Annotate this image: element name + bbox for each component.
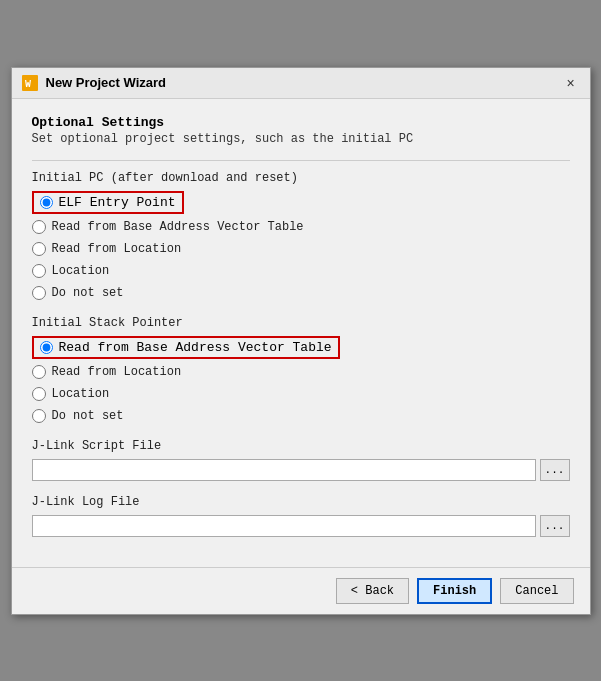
back-button[interactable]: < Back [336, 578, 409, 604]
sp-none-radio[interactable] [32, 409, 46, 423]
pc-elf-highlighted-row: ELF Entry Point [32, 191, 184, 214]
jlink-log-browse-button[interactable]: ... [540, 515, 570, 537]
pc-elf-label: ELF Entry Point [59, 195, 176, 210]
sp-base-highlighted-row: Read from Base Address Vector Table [32, 336, 340, 359]
pc-base-label: Read from Base Address Vector Table [52, 220, 304, 234]
jlink-log-label: J-Link Log File [32, 495, 570, 509]
initial-pc-group: Initial PC (after download and reset) EL… [32, 171, 570, 302]
section-header: Optional Settings Set optional project s… [32, 115, 570, 146]
sp-base-radio[interactable] [40, 341, 53, 354]
pc-none-radio[interactable] [32, 286, 46, 300]
wizard-icon: W [22, 75, 38, 91]
sp-loc2-row: Location [32, 385, 570, 403]
pc-location-row: Read from Location [32, 240, 570, 258]
sp-location-radio[interactable] [32, 365, 46, 379]
svg-text:W: W [25, 79, 31, 90]
initial-pc-label: Initial PC (after download and reset) [32, 171, 570, 185]
section-title: Optional Settings [32, 115, 570, 130]
pc-elf-radio[interactable] [40, 196, 53, 209]
pc-loc2-row: Location [32, 262, 570, 280]
cancel-button[interactable]: Cancel [500, 578, 573, 604]
jlink-script-label: J-Link Script File [32, 439, 570, 453]
pc-location-radio[interactable] [32, 242, 46, 256]
pc-loc2-label: Location [52, 264, 110, 278]
pc-base-radio[interactable] [32, 220, 46, 234]
jlink-script-browse-button[interactable]: ... [540, 459, 570, 481]
new-project-wizard-dialog: W New Project Wizard × Optional Settings… [11, 67, 591, 615]
jlink-script-field-row: ... [32, 459, 570, 481]
title-bar: W New Project Wizard × [12, 68, 590, 99]
pc-none-row: Do not set [32, 284, 570, 302]
sp-none-label: Do not set [52, 409, 124, 423]
pc-location-label: Read from Location [52, 242, 182, 256]
sp-location-label: Read from Location [52, 365, 182, 379]
initial-sp-group: Initial Stack Pointer Read from Base Add… [32, 316, 570, 425]
dialog-title: New Project Wizard [46, 75, 167, 90]
jlink-log-input[interactable] [32, 515, 536, 537]
close-button[interactable]: × [562, 74, 580, 92]
jlink-log-section: J-Link Log File ... [32, 495, 570, 537]
jlink-script-input[interactable] [32, 459, 536, 481]
pc-base-row: Read from Base Address Vector Table [32, 218, 570, 236]
dialog-content: Optional Settings Set optional project s… [12, 99, 590, 567]
sp-location-row: Read from Location [32, 363, 570, 381]
sp-loc2-radio[interactable] [32, 387, 46, 401]
sp-loc2-label: Location [52, 387, 110, 401]
initial-sp-label: Initial Stack Pointer [32, 316, 570, 330]
dialog-footer: < Back Finish Cancel [12, 567, 590, 614]
jlink-log-field-row: ... [32, 515, 570, 537]
finish-button[interactable]: Finish [417, 578, 492, 604]
pc-loc2-radio[interactable] [32, 264, 46, 278]
sp-base-label: Read from Base Address Vector Table [59, 340, 332, 355]
pc-none-label: Do not set [52, 286, 124, 300]
title-bar-left: W New Project Wizard [22, 75, 167, 91]
section-desc: Set optional project settings, such as t… [32, 132, 570, 146]
sp-none-row: Do not set [32, 407, 570, 425]
jlink-script-section: J-Link Script File ... [32, 439, 570, 481]
